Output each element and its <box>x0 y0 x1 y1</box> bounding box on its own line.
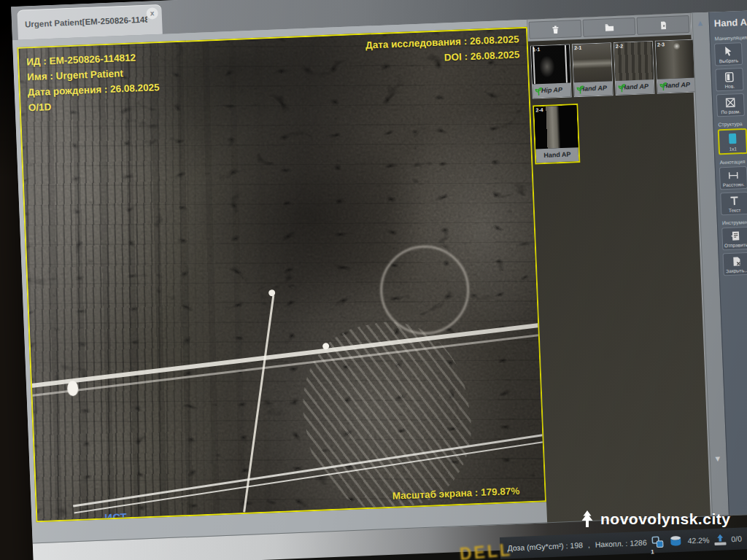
text-tool-button[interactable]: Текст <box>720 192 747 216</box>
storage-percent: 42.2% <box>687 535 709 545</box>
thumbnail-number: 2-3 <box>657 42 665 47</box>
dose-value: Доза (mGy*cm²) : 198 <box>507 540 583 552</box>
queue-count: 0/0 <box>731 534 742 544</box>
thumbnail-image: 2-2 <box>614 42 654 81</box>
thumbnail-label: Hand AP <box>536 147 579 163</box>
fit-to-size-button[interactable]: По разм. <box>716 93 745 117</box>
study-info-overlay: Дата исследования : 26.08.2025 DOI : 26.… <box>365 31 520 68</box>
folder-icon <box>603 22 615 34</box>
section-structure: Структура <box>718 120 747 127</box>
xray-viewport[interactable]: ИД : EM-250826-114812 Имя : Urgent Patie… <box>17 27 546 523</box>
watermark-text: novovolynsk.city <box>600 510 730 528</box>
close-tab-icon[interactable]: x <box>146 7 158 20</box>
delete-image-button[interactable] <box>529 20 582 39</box>
tool-panel-title: Hand AP <box>714 15 747 28</box>
section-tools: Инструменты <box>722 218 747 225</box>
text-tool-icon <box>728 195 740 207</box>
thumbnail-hip-ap[interactable]: 1-1 Hip AP <box>530 44 572 98</box>
patient-info-overlay: ИД : EM-250826-114812 Имя : Urgent Patie… <box>26 49 160 115</box>
tool-label: Расстоян. <box>721 182 747 187</box>
tool-label: По разм. <box>718 109 744 114</box>
sprout-icon <box>616 82 627 93</box>
thumbnail-hand-ap-2[interactable]: 2-2 Hand AP <box>614 41 655 96</box>
watermark: novovolynsk.city <box>578 510 730 529</box>
new-view-button[interactable]: Нов. <box>715 68 743 92</box>
section-manipulation: Манипуляция <box>715 34 747 41</box>
send-report-icon <box>729 230 742 242</box>
distance-tool-button[interactable]: Расстоян. <box>719 166 747 190</box>
city-tree-icon <box>578 510 596 529</box>
close-study-button[interactable]: Закрыть... <box>723 252 747 276</box>
thumbnail-hand-ap-selected[interactable]: 2-4 Hand AP <box>533 104 580 164</box>
tool-label: 1x1 <box>720 146 746 152</box>
tool-label: Текст <box>721 207 747 213</box>
grid-1x1-icon <box>727 132 739 146</box>
thumbnail-panel: 1-1 Hip AP 2-1 Hand AP 2-2 <box>527 13 711 535</box>
thumbnail-image: 2-1 <box>573 43 612 82</box>
upload-progress-icon[interactable] <box>714 534 727 545</box>
sprout-icon <box>658 80 669 92</box>
storage-disk-icon[interactable] <box>669 535 683 548</box>
thumbnail-image: 2-3 <box>656 40 695 79</box>
file-icon <box>657 20 669 31</box>
accumulated-dose: Накопл. : 1286 <box>595 538 647 549</box>
tool-label: Закрыть... <box>724 268 747 273</box>
layout-icon <box>724 71 736 83</box>
open-folder-button[interactable] <box>583 18 636 37</box>
thumbnail-image: 1-1 <box>531 45 570 85</box>
tool-label: Отправить <box>723 242 747 248</box>
thumbnail-image: 2-4 <box>534 105 578 149</box>
cursor-icon <box>722 45 735 58</box>
tool-label: Нов. <box>716 83 743 89</box>
image-stack-icon[interactable]: 1 <box>651 535 665 548</box>
monitor-screen: Urgent Patient[EM-250826-114812] x <box>11 0 747 560</box>
thumbnail-number: 1-1 <box>533 47 540 52</box>
trash-icon <box>549 23 561 35</box>
distance-measure-icon <box>727 169 740 182</box>
section-annotation: Аннотация <box>719 158 747 165</box>
send-study-button[interactable]: Отправить <box>721 227 747 251</box>
thumbnail-number: 2-1 <box>574 45 581 50</box>
fit-to-window-icon <box>724 96 737 109</box>
thumbnail-number: 2-2 <box>616 44 623 49</box>
separator: , <box>588 540 590 549</box>
clipped-blue-text: ИСТ <box>104 510 127 522</box>
tool-label: Выбрать <box>716 58 742 63</box>
scroll-up-icon[interactable]: ▲ <box>692 14 708 32</box>
thumbnail-hand-ap-1[interactable]: 2-1 Hand AP <box>572 42 614 97</box>
export-file-button[interactable] <box>636 15 689 35</box>
thumbnail-hand-ap-3[interactable]: 2-3 Hand AP <box>655 39 697 94</box>
layout-1x1-button[interactable]: 1x1 <box>718 128 747 155</box>
patient-tab-title: Urgent Patient[EM-250826-114812] <box>25 15 147 29</box>
app-workspace: ИД : EM-250826-114812 Имя : Urgent Patie… <box>12 9 747 542</box>
sprout-icon <box>533 85 544 97</box>
select-tool-button[interactable]: Выбрать <box>714 42 743 66</box>
thumbnail-number: 2-4 <box>535 107 543 112</box>
close-document-icon <box>731 255 743 268</box>
sprout-icon <box>575 84 586 96</box>
image-count: 1 <box>651 548 654 555</box>
scroll-down-icon[interactable]: ▼ <box>709 449 726 467</box>
